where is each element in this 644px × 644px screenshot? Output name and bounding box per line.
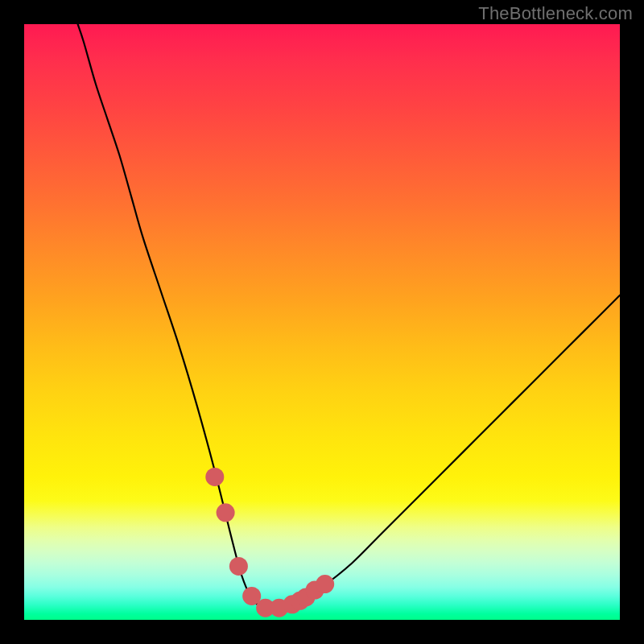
curve-layer — [24, 24, 620, 620]
valley-marker — [217, 503, 235, 522]
chart-frame: TheBottleneck.com — [0, 0, 644, 644]
plot-area — [24, 24, 620, 620]
watermark-text: TheBottleneck.com — [478, 3, 633, 24]
bottleneck-curve — [78, 24, 620, 609]
valley-marker — [316, 575, 334, 593]
valley-markers — [205, 468, 334, 617]
valley-marker — [205, 468, 224, 486]
valley-marker — [229, 557, 248, 576]
